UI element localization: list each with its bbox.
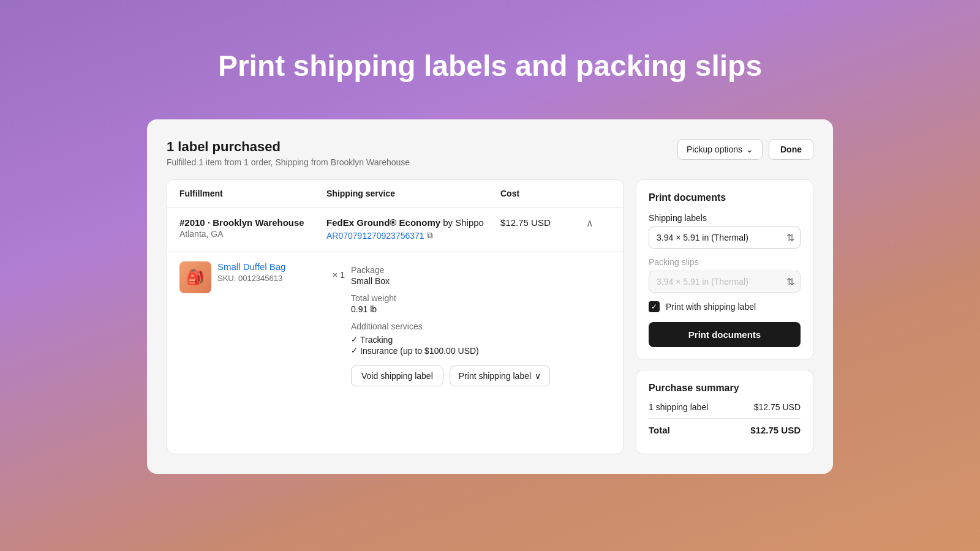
package-value: Small Box xyxy=(351,276,611,286)
summary-total-row: Total $12.75 USD xyxy=(649,418,801,435)
weight-value: 0.91 lb xyxy=(351,304,611,314)
purchase-summary-card: Purchase summary 1 shipping label $12.75… xyxy=(636,370,813,454)
packing-slips-select[interactable]: 3.94 × 5.91 in (Thermal) xyxy=(649,271,801,293)
pickup-options-button[interactable]: Pickup options xyxy=(677,139,763,160)
product-thumbnail: 🎒 xyxy=(179,261,211,293)
service-tracking: Tracking xyxy=(351,335,611,345)
shipping-labels-select-wrapper: 3.94 × 5.91 in (Thermal) ⇅ xyxy=(649,227,801,249)
col-cost: Cost xyxy=(500,189,586,198)
card-body: Fulfillment Shipping service Cost #2010 … xyxy=(167,179,813,454)
package-group: Package Small Box xyxy=(351,265,611,286)
summary-item-label: 1 shipping label xyxy=(649,402,708,412)
card-header-right: Pickup options Done xyxy=(677,139,813,160)
table-header: Fulfillment Shipping service Cost xyxy=(167,180,623,208)
action-buttons: Void shipping label Print shipping label… xyxy=(351,365,611,386)
print-documents-button[interactable]: Print documents xyxy=(649,322,801,347)
print-documents-card: Print documents Shipping labels 3.94 × 5… xyxy=(636,179,813,360)
right-panel: Print documents Shipping labels 3.94 × 5… xyxy=(636,179,813,454)
shipping-service-info: FedEx Ground® Economy by Shippo AR070791… xyxy=(326,217,500,241)
fulfillment-info: #2010 · Brooklyn Warehouse Atlanta, GA xyxy=(179,217,326,239)
purchase-summary-title: Purchase summary xyxy=(649,383,801,394)
print-with-label-label: Print with shipping label xyxy=(666,302,756,312)
packing-slips-select-wrapper: 3.94 × 5.91 in (Thermal) ⇅ xyxy=(649,271,801,293)
shipping-labels-select[interactable]: 3.94 × 5.91 in (Thermal) xyxy=(649,227,801,249)
cost-cell: $12.75 USD xyxy=(500,217,586,228)
tracking-number: AR070791270923756371 xyxy=(326,231,424,241)
print-documents-title: Print documents xyxy=(649,192,801,203)
print-with-label-checkbox[interactable] xyxy=(649,301,660,312)
print-label-chevron-icon: ∨ xyxy=(535,371,541,381)
label-count: 1 label purchased xyxy=(167,139,410,155)
summary-row-label: 1 shipping label $12.75 USD xyxy=(649,402,801,412)
table-row: #2010 · Brooklyn Warehouse Atlanta, GA F… xyxy=(167,208,623,252)
product-row-inner: 🎒 Small Duffel Bag SKU: 0012345613 × 1 P… xyxy=(179,261,611,386)
weight-group: Total weight 0.91 lb xyxy=(351,293,611,314)
product-row: 🎒 Small Duffel Bag SKU: 0012345613 × 1 P… xyxy=(167,252,623,396)
summary-item-value: $12.75 USD xyxy=(754,402,801,412)
service-name-rest: by Shippo xyxy=(440,217,484,228)
product-name-link[interactable]: Small Duffel Bag xyxy=(217,261,285,272)
service-insurance: Insurance (up to $100.00 USD) xyxy=(351,346,611,356)
summary-total-value: $12.75 USD xyxy=(750,425,801,435)
additional-services-label: Additional services xyxy=(351,321,611,331)
pickup-options-label: Pickup options xyxy=(687,144,742,154)
location: Atlanta, GA xyxy=(179,229,326,239)
weight-label: Total weight xyxy=(351,293,611,303)
service-name-bold: FedEx Ground® Economy xyxy=(326,217,440,228)
col-action xyxy=(586,189,611,198)
print-label-button[interactable]: Print shipping label ∨ xyxy=(450,365,550,386)
service-name: FedEx Ground® Economy by Shippo xyxy=(326,217,500,228)
product-sku: SKU: 0012345613 xyxy=(217,274,285,283)
void-label-button[interactable]: Void shipping label xyxy=(351,365,443,386)
packing-slips-label: Packing slips xyxy=(649,257,801,267)
product-details: Small Duffel Bag SKU: 0012345613 xyxy=(217,261,285,283)
done-button[interactable]: Done xyxy=(769,139,813,160)
package-details: Package Small Box Total weight 0.91 lb A… xyxy=(351,261,611,386)
card-subtitle: Fulfilled 1 item from 1 order, Shipping … xyxy=(167,157,410,167)
col-shipping-service: Shipping service xyxy=(326,189,500,198)
card-header: 1 label purchased Fulfilled 1 item from … xyxy=(167,139,813,167)
shipping-labels-label: Shipping labels xyxy=(649,213,801,223)
chevron-up-icon[interactable]: ∧ xyxy=(586,217,611,229)
page-title: Print shipping labels and packing slips xyxy=(218,49,762,83)
copy-icon[interactable]: ⧉ xyxy=(427,230,433,241)
chevron-down-icon xyxy=(746,144,753,154)
quantity-cell: × 1 xyxy=(326,261,351,280)
card-header-left: 1 label purchased Fulfilled 1 item from … xyxy=(167,139,410,167)
main-card: 1 label purchased Fulfilled 1 item from … xyxy=(147,119,833,474)
checkbox-row: Print with shipping label xyxy=(649,301,801,312)
summary-total-label: Total xyxy=(649,425,670,435)
col-fulfillment: Fulfillment xyxy=(179,189,326,198)
tracking-link[interactable]: AR070791270923756371 ⧉ xyxy=(326,230,433,241)
print-label-text: Print shipping label xyxy=(459,371,531,381)
fulfillment-table: Fulfillment Shipping service Cost #2010 … xyxy=(167,179,624,454)
order-id: #2010 · Brooklyn Warehouse xyxy=(179,217,326,228)
package-label: Package xyxy=(351,265,611,275)
product-info-left: 🎒 Small Duffel Bag SKU: 0012345613 xyxy=(179,261,326,293)
